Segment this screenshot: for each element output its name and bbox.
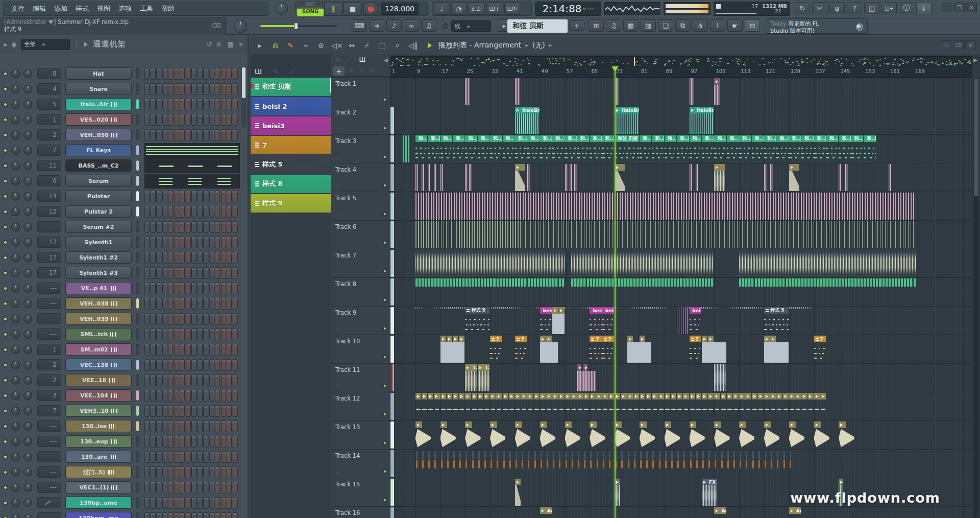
clip-header[interactable] (770, 393, 776, 399)
clip[interactable] (783, 393, 789, 420)
step-cell[interactable] (151, 191, 156, 202)
clip[interactable] (677, 393, 682, 420)
clip[interactable] (708, 393, 714, 420)
track-header[interactable]: Track 12⋯ (331, 392, 390, 421)
shuffle-slider[interactable] (260, 25, 337, 27)
pat-mode-label[interactable]: PAT (297, 2, 324, 9)
clip[interactable] (459, 393, 464, 420)
clip[interactable] (405, 135, 407, 162)
clip[interactable] (627, 336, 652, 363)
clip[interactable] (503, 393, 508, 420)
clip[interactable]: 样式 5 (764, 307, 789, 334)
cut-icon[interactable]: ✂ (812, 2, 827, 14)
step-cell[interactable] (180, 282, 185, 294)
step-cell[interactable] (203, 313, 208, 325)
step-cell[interactable] (233, 374, 238, 386)
clip[interactable] (602, 450, 605, 477)
step-cell[interactable] (227, 252, 232, 264)
clip-header[interactable] (540, 393, 546, 399)
step-cell[interactable] (227, 282, 232, 294)
step-cell[interactable] (227, 191, 232, 202)
clip[interactable]: 7 (490, 336, 502, 363)
clip-header[interactable] (708, 393, 714, 399)
channel-target-button[interactable]: --- (37, 282, 61, 294)
clip[interactable] (658, 393, 664, 420)
playlist-grid[interactable]: ItaloBrot..mmer AirItaloBrot..mmer AirIt… (390, 78, 972, 518)
pattern-item[interactable]: beisi 2 (251, 97, 331, 115)
channel-row[interactable]: 2VEH..050 (0, 127, 248, 143)
clip-header[interactable]: 和..斯 (590, 135, 601, 142)
channel-target-button[interactable]: --- (37, 482, 61, 493)
step-cell[interactable] (168, 390, 173, 402)
clip-header[interactable]: 和..斯 (565, 135, 577, 142)
clip-header[interactable] (596, 393, 602, 399)
step-cell[interactable] (151, 237, 156, 248)
step-cell[interactable] (209, 237, 214, 248)
clip-header[interactable]: 7 (814, 336, 826, 342)
step-cell[interactable] (151, 451, 156, 463)
clip-header[interactable] (490, 421, 497, 428)
step-cell[interactable] (168, 206, 173, 218)
clip-header[interactable]: 12..COM (478, 364, 489, 371)
step-cell[interactable] (191, 267, 197, 279)
channel-name-button[interactable]: VEH..038 (65, 297, 132, 310)
clip[interactable] (534, 450, 536, 477)
step-cell[interactable] (144, 267, 150, 279)
clip[interactable] (702, 450, 704, 477)
step-cell[interactable] (156, 252, 161, 264)
channel-target-button[interactable]: --- (37, 451, 61, 462)
clip[interactable] (453, 393, 458, 420)
channel-name-button[interactable]: VEE..104 (65, 389, 132, 402)
clip[interactable] (615, 421, 622, 449)
clip-header[interactable]: 样式 5 (465, 307, 489, 314)
step-cell[interactable] (162, 436, 167, 448)
clip-header[interactable] (565, 421, 572, 428)
step-cell[interactable] (156, 328, 161, 340)
clip-header[interactable] (839, 479, 843, 485)
step-cell[interactable] (221, 206, 226, 218)
pan-knob[interactable] (11, 161, 20, 170)
step-cell[interactable] (174, 313, 179, 325)
maximize-button[interactable]: ❐ (954, 3, 965, 12)
step-cell[interactable] (162, 512, 167, 518)
clip[interactable]: 7 (814, 336, 826, 363)
step-cell[interactable] (151, 512, 156, 518)
clip[interactable]: 和..斯 (690, 135, 701, 162)
channel-name-button[interactable]: 过门..5) (65, 466, 132, 478)
clip[interactable] (621, 393, 626, 420)
wait-for-input-icon[interactable]: ◔ (451, 3, 467, 15)
step-cell[interactable] (174, 436, 179, 448)
pattern-item[interactable]: 样式 5 (251, 155, 331, 174)
step-cell[interactable] (227, 451, 232, 463)
clip[interactable] (764, 164, 767, 191)
clip-header[interactable]: ItaloBrot..mmer Air (615, 107, 639, 113)
track-header[interactable]: Track 16⋯ (331, 507, 390, 518)
clip-header[interactable]: 和..斯 (552, 135, 564, 142)
clip[interactable] (652, 393, 657, 420)
track-lane[interactable] (390, 192, 972, 221)
step-cell[interactable] (233, 482, 238, 493)
step-cell[interactable] (215, 420, 220, 432)
clip-header[interactable]: 和..斯 (665, 135, 676, 142)
channel-row[interactable]: 17Sylenth1 #2 (0, 250, 248, 265)
channel-name-button[interactable]: VEC1..(1) (65, 481, 132, 493)
volume-knob[interactable] (23, 146, 32, 155)
clip[interactable] (552, 450, 555, 477)
clip[interactable] (422, 450, 424, 477)
channel-target-button[interactable]: --- (37, 328, 61, 340)
step-cell[interactable] (186, 466, 191, 478)
volume-knob[interactable] (23, 69, 32, 78)
clip-header[interactable] (428, 393, 433, 399)
step-cell[interactable] (180, 313, 185, 325)
metronome-icon[interactable]: ♩ (434, 3, 449, 15)
track-header[interactable]: Track 3⋯ (331, 135, 390, 163)
main-volume-knob[interactable] (276, 3, 288, 15)
step-cell[interactable] (203, 466, 208, 478)
step-cell[interactable] (215, 328, 220, 340)
step-cell[interactable] (168, 252, 173, 264)
channel-led-icon[interactable] (3, 501, 8, 505)
track-led-icon[interactable] (383, 269, 387, 273)
volume-knob[interactable] (23, 376, 32, 385)
step-cell[interactable] (162, 466, 167, 478)
channel-target-button[interactable]: 11 (37, 160, 61, 171)
